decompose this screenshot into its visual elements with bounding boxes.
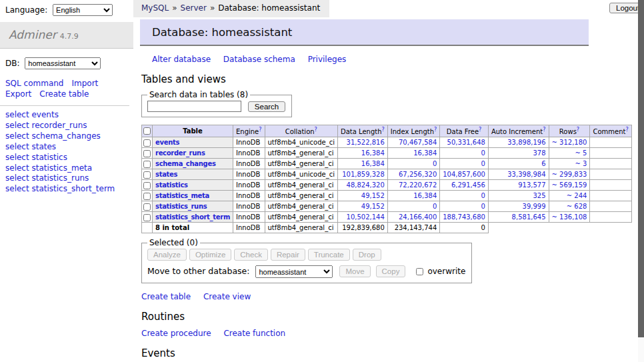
data-free-cell: 50,331,648 xyxy=(440,137,489,148)
rows-cell: ~ 5 xyxy=(549,148,590,159)
app-version: 4.7.9 xyxy=(60,32,79,41)
drop-button[interactable]: Drop xyxy=(353,249,381,261)
language-select[interactable]: English xyxy=(53,4,113,16)
sidebar-divider xyxy=(0,105,129,106)
export-link[interactable]: Export xyxy=(5,89,31,99)
column-help-link[interactable]: ? xyxy=(434,127,437,133)
move-button[interactable]: Move xyxy=(339,265,370,277)
search-fieldset: Search data in tables (8) Search xyxy=(141,90,292,117)
table-name-link[interactable]: recorder_runs xyxy=(155,149,205,157)
table-name-link[interactable]: statistics xyxy=(155,181,188,189)
select-all-cell xyxy=(142,125,153,137)
row-checkbox-cell xyxy=(142,212,153,223)
comment-cell xyxy=(590,191,631,201)
create-view-link[interactable]: Create view xyxy=(203,292,251,301)
copy-button[interactable]: Copy xyxy=(376,265,406,277)
row-checkbox[interactable] xyxy=(143,161,151,168)
sidebar-select-link[interactable]: select schema_changes xyxy=(5,131,133,142)
move-db-select[interactable]: homeassistant xyxy=(255,265,333,278)
column-help-link[interactable]: ? xyxy=(315,127,317,133)
total-blank-cell xyxy=(590,223,631,233)
create-table-sidebar-link[interactable]: Create table xyxy=(39,89,89,99)
row-checkbox[interactable] xyxy=(143,139,151,147)
table-name-link[interactable]: states xyxy=(155,171,177,178)
column-help-link[interactable]: ? xyxy=(577,127,579,133)
alter-database-link[interactable]: Alter database xyxy=(152,55,211,64)
privileges-link[interactable]: Privileges xyxy=(308,55,347,64)
data-length-cell: 49,152 xyxy=(337,201,387,212)
table-name-link[interactable]: statistics_runs xyxy=(155,203,207,210)
comment-cell xyxy=(590,148,631,159)
index-length-cell: 70,467,584 xyxy=(387,137,439,148)
column-help-link[interactable]: ? xyxy=(479,127,481,133)
table-name-link[interactable]: statistics_short_term xyxy=(155,213,230,221)
column-help-link[interactable]: ? xyxy=(543,127,545,133)
column-help-link[interactable]: ? xyxy=(382,127,385,133)
sidebar-select-link[interactable]: select statistics_meta xyxy=(5,163,133,174)
overwrite-checkbox[interactable] xyxy=(416,268,423,275)
select-all-checkbox[interactable] xyxy=(143,127,151,135)
search-input[interactable] xyxy=(147,101,241,112)
row-checkbox[interactable] xyxy=(143,182,151,189)
table-name-link[interactable]: statistics_meta xyxy=(155,192,209,199)
sidebar-table-links: select eventsselect recorder_runsselect … xyxy=(5,110,133,195)
check-button[interactable]: Check xyxy=(234,249,268,261)
column-help-link[interactable]: ? xyxy=(259,127,261,133)
database-schema-link[interactable]: Database schema xyxy=(223,55,295,64)
auto-increment-cell: 913,577 xyxy=(488,180,549,191)
overwrite-label[interactable]: overwrite xyxy=(427,267,465,276)
selected-fieldset: Selected (0) AnalyzeOptimizeCheckRepairT… xyxy=(141,238,472,283)
column-help-link[interactable]: ? xyxy=(625,127,628,133)
scrollbar-thumb[interactable] xyxy=(638,0,644,337)
optimize-button[interactable]: Optimize xyxy=(189,249,231,261)
breadcrumb-link[interactable]: Server xyxy=(181,3,207,13)
data-length-cell: 31,522,816 xyxy=(337,137,387,148)
total-blank-cell xyxy=(488,223,549,233)
sidebar-select-link[interactable]: select recorder_runs xyxy=(5,121,133,131)
row-checkbox[interactable] xyxy=(143,171,151,179)
row-checkbox-cell xyxy=(142,169,153,180)
sidebar-select-link[interactable]: select events xyxy=(5,110,133,121)
sql-command-link[interactable]: SQL command xyxy=(5,79,63,88)
breadcrumb: MySQL»Server»Database: homeassistant xyxy=(133,0,329,17)
row-checkbox[interactable] xyxy=(143,203,151,211)
sidebar-select-link[interactable]: select statistics xyxy=(5,153,133,163)
database-nav-links: Alter database Database schema Privilege… xyxy=(152,55,608,64)
row-checkbox[interactable] xyxy=(143,150,151,157)
table-name-link[interactable]: schema_changes xyxy=(155,160,216,167)
table-name-cell: recorder_runs xyxy=(153,148,233,159)
column-label: Auto Increment xyxy=(491,128,543,135)
table-row: statistics_metaInnoDButf8mb4_general_ci4… xyxy=(142,191,632,201)
table-header-row: TableEngine?Collation?Data Length?Index … xyxy=(142,125,632,137)
create-procedure-link[interactable]: Create procedure xyxy=(141,329,211,338)
column-label: Index Length xyxy=(391,128,434,135)
collation-cell: utf8mb4_general_ci xyxy=(265,191,337,201)
data-free-cell: 0 xyxy=(440,191,489,201)
search-button[interactable]: Search xyxy=(248,101,285,112)
table-name-link[interactable]: events xyxy=(155,139,179,146)
sidebar-select-link[interactable]: select statistics_runs xyxy=(5,173,133,184)
row-checkbox-cell xyxy=(142,191,153,201)
repair-button[interactable]: Repair xyxy=(271,249,305,261)
data-length-cell: 10,502,144 xyxy=(337,212,387,223)
column-label: Collation xyxy=(285,128,315,135)
row-checkbox[interactable] xyxy=(143,193,151,200)
table-row: statesInnoDButf8mb4_unicode_ci101,859,32… xyxy=(142,169,632,180)
create-table-link[interactable]: Create table xyxy=(141,292,191,301)
truncate-button[interactable]: Truncate xyxy=(308,249,350,261)
import-link[interactable]: Import xyxy=(71,79,98,88)
table-total-row: 8 in totalInnoDButf8mb4_general_ci192,83… xyxy=(142,223,632,233)
adminer-logo-link[interactable]: Adminer xyxy=(9,28,57,41)
collation-cell: utf8mb4_unicode_ci xyxy=(265,137,337,148)
create-function-link[interactable]: Create function xyxy=(223,329,285,338)
sidebar-select-link[interactable]: select states xyxy=(5,142,133,153)
rows-cell: ~ 136,108 xyxy=(549,212,590,223)
table-row: statistics_short_termInnoDButf8mb4_gener… xyxy=(142,212,632,223)
analyze-button[interactable]: Analyze xyxy=(147,249,187,261)
index-length-cell: 72,220,672 xyxy=(387,180,439,191)
sidebar-select-link[interactable]: select statistics_short_term xyxy=(5,184,133,195)
breadcrumb-link[interactable]: MySQL xyxy=(141,3,169,13)
row-checkbox[interactable] xyxy=(143,214,151,221)
db-select[interactable]: homeassistant xyxy=(25,57,101,69)
data-length-cell: 16,384 xyxy=(337,159,387,169)
